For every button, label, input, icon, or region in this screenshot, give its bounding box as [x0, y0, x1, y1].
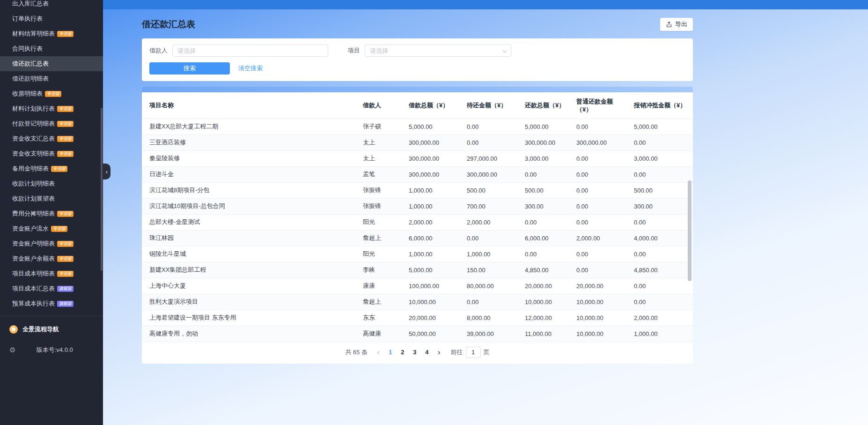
- sidebar-item[interactable]: 预算成本执行表旗舰版: [0, 296, 103, 311]
- page-number[interactable]: 2: [397, 346, 409, 358]
- goto-group: 前往 页: [451, 347, 490, 358]
- sidebar-item[interactable]: 费用分摊明细表专业版: [0, 206, 103, 221]
- column-header: 项目名称: [142, 92, 363, 119]
- cell-value: 张振锋: [363, 198, 409, 214]
- cell-value: 0.00: [576, 150, 634, 166]
- cell-value: 0.00: [634, 214, 693, 230]
- cell-value: 3,000.00: [634, 150, 693, 166]
- cell-value: 80,000.00: [467, 278, 525, 294]
- cell-value: 5,000.00: [634, 119, 693, 134]
- clear-search-link[interactable]: 清空搜索: [238, 64, 263, 73]
- sidebar-item[interactable]: 备用金明细表专业版: [0, 161, 103, 176]
- sidebar-item[interactable]: 借还款汇总表: [0, 56, 103, 71]
- project-select-input[interactable]: [365, 45, 511, 57]
- project-label: 项目: [348, 46, 360, 55]
- edition-badge: 旗舰版: [57, 286, 74, 292]
- sidebar-item-label: 收票明细表: [12, 89, 43, 98]
- cell-value: 2,000.00: [634, 310, 693, 326]
- cell-project-name: 新建XX集团总部工程: [142, 262, 363, 278]
- borrower-input[interactable]: [172, 45, 328, 57]
- page-number[interactable]: 1: [384, 346, 397, 358]
- sidebar-item-label: 订单执行表: [12, 15, 43, 23]
- cell-value: 0.00: [634, 294, 693, 310]
- sidebar-item[interactable]: 资金账户明细表专业版: [0, 236, 103, 251]
- cell-value: 10,000.00: [576, 310, 634, 326]
- cell-value: 2,000.00: [409, 214, 467, 230]
- sidebar-item[interactable]: 付款登记明细表专业版: [0, 116, 103, 131]
- cell-value: 0.00: [576, 119, 634, 134]
- cell-value: 康康: [363, 278, 409, 294]
- sidebar-item-label: 资金账户明细表: [12, 239, 55, 248]
- page-title: 借还款汇总表: [142, 18, 195, 30]
- sidebar-item[interactable]: 材料计划执行表专业版: [0, 101, 103, 116]
- cell-value: 阳光: [363, 214, 409, 230]
- sidebar-item-label: 出入库汇总表: [12, 0, 49, 8]
- sidebar-item-label: 付款登记明细表: [12, 119, 55, 128]
- cell-value: 0.00: [634, 278, 693, 294]
- sidebar-item[interactable]: 资金账户流水专业版: [0, 221, 103, 236]
- sidebar-item[interactable]: 资金收支明细表专业版: [0, 146, 103, 161]
- cell-value: 2,000.00: [467, 214, 525, 230]
- sidebar-item-label: 项目成本明细表: [12, 269, 55, 278]
- cell-value: 297,000.00: [467, 150, 525, 166]
- next-page-button[interactable]: ›: [435, 348, 443, 356]
- page-number[interactable]: 3: [409, 346, 421, 358]
- column-header: 借款人: [363, 92, 409, 119]
- edition-badge: 专业版: [57, 211, 74, 217]
- sidebar-item[interactable]: 借还款明细表: [0, 71, 103, 86]
- pagination-pages: 1234: [384, 346, 433, 358]
- table-scrollbar[interactable]: [688, 180, 691, 281]
- cell-value: 500.00: [467, 182, 525, 198]
- sidebar-item-label: 备用金明细表: [12, 164, 49, 173]
- cell-project-name: 高健康专用，勿动: [142, 326, 363, 342]
- prev-page-button[interactable]: ‹: [374, 348, 383, 356]
- cell-value: 1,000.00: [467, 246, 525, 262]
- sidebar-item[interactable]: 出入库汇总表: [0, 0, 103, 11]
- table-body: 新建XX总部大厦工程二期张子硕5,000.000.005,000.000.005…: [142, 119, 693, 342]
- cell-project-name: 总部大楼-金星测试: [142, 214, 363, 230]
- export-icon: [666, 21, 672, 28]
- cell-project-name: 三亚酒店装修: [142, 134, 363, 150]
- cell-project-name: 秦皇陵装修: [142, 150, 363, 166]
- sidebar-item[interactable]: 收款计划明细表: [0, 176, 103, 191]
- cell-value: 1,000.00: [409, 198, 467, 214]
- edition-badge: 专业版: [57, 31, 74, 37]
- main-area: 借还款汇总表 导出 借款人 项目: [103, 0, 868, 425]
- table-row: 三亚酒店装修太上300,000.000.00300,000.00300,000.…: [142, 134, 693, 150]
- page-content: 借还款汇总表 导出 借款人 项目: [142, 15, 693, 364]
- table-row: 滨江花城10期项目-总包合同张振锋1,000.00700.00300.000.0…: [142, 198, 693, 214]
- cell-value: 5,000.00: [525, 119, 576, 134]
- cell-value: 100,000.00: [409, 278, 467, 294]
- sidebar-collapse-button[interactable]: ‹: [103, 164, 110, 179]
- cell-value: 150.00: [467, 262, 525, 278]
- cell-value: 300.00: [634, 198, 693, 214]
- gear-icon[interactable]: ⚙: [9, 346, 15, 354]
- panorama-nav-label: 全景流程导航: [22, 325, 59, 334]
- sidebar-item[interactable]: 资金收支汇总表专业版: [0, 131, 103, 146]
- sidebar-item-label: 预算成本执行表: [12, 299, 55, 308]
- sidebar-item[interactable]: 材料结算明细表专业版: [0, 26, 103, 41]
- project-select[interactable]: [365, 45, 511, 57]
- filter-actions: 搜索 清空搜索: [149, 62, 685, 75]
- cell-value: 5,000.00: [409, 262, 467, 278]
- cell-value: 0.00: [576, 262, 634, 278]
- page-head: 借还款汇总表 导出: [142, 15, 693, 34]
- cell-value: 8,000.00: [467, 310, 525, 326]
- sidebar-item[interactable]: 收票明细表专业版: [0, 86, 103, 101]
- panorama-nav-item[interactable]: 全景流程导航: [0, 320, 103, 339]
- version-label: 版本号:v4.0.0: [15, 346, 94, 354]
- cell-project-name: 胜利大厦演示项目: [142, 294, 363, 310]
- sidebar-item[interactable]: 合同执行表: [0, 41, 103, 56]
- sidebar-item[interactable]: 资金账户余额表专业版: [0, 251, 103, 266]
- sidebar-item[interactable]: 收款计划展望表: [0, 191, 103, 206]
- goto-page-input[interactable]: [466, 347, 481, 358]
- export-button[interactable]: 导出: [660, 18, 693, 31]
- table-row: 新建XX总部大厦工程二期张子硕5,000.000.005,000.000.005…: [142, 119, 693, 134]
- cell-value: 1,000.00: [409, 246, 467, 262]
- sidebar-item[interactable]: 项目成本明细表专业版: [0, 266, 103, 281]
- page-number[interactable]: 4: [421, 346, 433, 358]
- sidebar-scrollbar[interactable]: [101, 108, 103, 271]
- search-button[interactable]: 搜索: [149, 62, 230, 75]
- sidebar-item[interactable]: 订单执行表: [0, 11, 103, 26]
- sidebar-item[interactable]: 项目成本汇总表旗舰版: [0, 281, 103, 296]
